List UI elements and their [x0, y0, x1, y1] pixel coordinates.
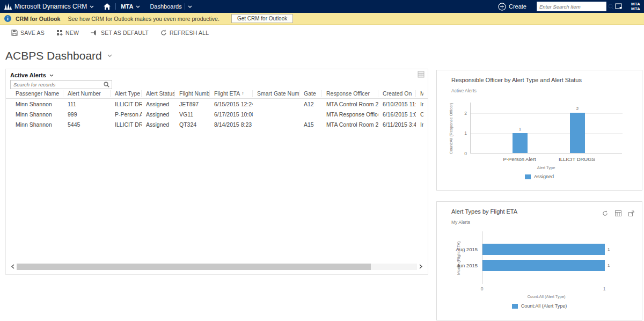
record-search-box[interactable]: [10, 80, 112, 89]
create-button[interactable]: Create: [493, 0, 531, 13]
new-grid-icon: [56, 30, 63, 36]
legend-swatch: [512, 304, 518, 309]
scroll-left-icon[interactable]: [9, 263, 17, 270]
scrollbar-track[interactable]: [17, 264, 417, 270]
scrollbar-thumb[interactable]: [17, 264, 371, 270]
x-category-label: P-Person Alert: [487, 156, 552, 162]
notification-title: CRM for Outlook: [16, 16, 60, 22]
gridline: [471, 133, 623, 134]
nav-area-dashboards[interactable]: Dashboards: [145, 0, 196, 13]
column-header-passenger-name[interactable]: Passenger Name: [6, 90, 63, 97]
cell-alert-type: P-Person Alert: [111, 111, 142, 118]
chart-view-label[interactable]: My Alerts: [451, 220, 470, 225]
chart-alert-types-panel: Alert Types by Flight ETA My Alerts Mont…: [436, 201, 642, 320]
table-row[interactable]: Minn Shannon 999 P-Person Alert Assigned…: [6, 109, 428, 119]
y-category-label: Aug 2015: [445, 246, 478, 252]
set-as-default-button[interactable]: SET AS DEFAULT: [85, 25, 155, 41]
cell-passenger-name[interactable]: Minn Shannon: [6, 121, 63, 128]
cell-response-officer: MTA Response Officer 2: [322, 111, 378, 118]
gridline: [471, 113, 623, 114]
legend-label: Count:All (Alert Type): [521, 303, 567, 309]
save-icon: [11, 30, 18, 36]
global-search-input[interactable]: [537, 4, 608, 10]
column-header-flight-number[interactable]: Flight Numbe...: [175, 90, 210, 97]
cell-alert-status: Assigned: [142, 101, 175, 107]
global-search-box[interactable]: [537, 2, 606, 11]
bar-illicit-drugs[interactable]: [570, 113, 585, 153]
scroll-right-icon[interactable]: [417, 263, 425, 270]
info-icon: [4, 15, 11, 22]
column-header-alert-type[interactable]: Alert Type: [111, 90, 142, 97]
column-header-alert-status[interactable]: Alert Status↑: [142, 90, 175, 97]
chevron-down-icon: [90, 5, 94, 8]
chart-title: Alert Types by Flight ETA: [451, 208, 517, 215]
chart-view-label[interactable]: Active Alerts: [451, 88, 477, 93]
cell-flight-number: JET897: [175, 101, 210, 107]
user-org: MTA: [631, 6, 642, 11]
view-records-grid-icon[interactable]: [615, 210, 621, 216]
bar-value-label: 2: [570, 106, 585, 111]
crm-outlook-notification-bar: CRM for Outlook See how CRM for Outlook …: [0, 13, 644, 25]
chevron-down-icon: [49, 74, 54, 77]
legend-swatch: [525, 174, 531, 179]
column-header-flight-eta[interactable]: Flight ETA↑: [210, 90, 253, 97]
home-button[interactable]: [99, 0, 115, 13]
app-menu-button[interactable]: Microsoft Dynamics CRM: [0, 0, 99, 13]
chart-toolbar: [602, 210, 634, 216]
search-icon[interactable]: [104, 82, 112, 87]
list-view-grid-icon[interactable]: [418, 71, 425, 78]
notification-message: See how CRM for Outlook makes you even m…: [68, 16, 219, 22]
column-header-smart-gate-number[interactable]: Smart Gate Number: [253, 90, 299, 97]
table-row[interactable]: Minn Shannon 111 ILLICIT DRUGS Assigned …: [6, 99, 428, 109]
expand-chart-icon[interactable]: [628, 210, 634, 216]
y-axis-label: Month (Flight ETA): [456, 231, 461, 285]
window-arrow-icon: [615, 3, 623, 10]
cell-flight-number: VG11: [175, 111, 210, 118]
bar-p-person-alert[interactable]: [513, 133, 528, 154]
bar-value-label: 1: [608, 247, 610, 252]
cell-created-on: 6/16/2015 1:06...: [378, 111, 416, 118]
column-header-created-on[interactable]: Created On: [378, 90, 416, 97]
bar-jun-2015[interactable]: [482, 260, 605, 271]
table-row[interactable]: Minn Shannon 5445 ILLICIT DRUGS Assigned…: [6, 119, 428, 129]
chart-plot-area: [482, 231, 611, 284]
cell-passenger-name[interactable]: Minn Shannon: [6, 111, 63, 118]
refresh-chart-icon[interactable]: [602, 210, 608, 216]
cell-movement: Inwa: [416, 101, 423, 107]
chart-responsible-officer-panel: Responsible Officer by Alert Type and Al…: [436, 70, 642, 191]
column-header-alert-number[interactable]: Alert Number: [63, 90, 111, 97]
refresh-all-button[interactable]: REFRESH ALL: [155, 25, 215, 41]
chevron-down-icon: [188, 5, 192, 8]
new-button[interactable]: NEW: [50, 25, 85, 41]
active-alerts-title[interactable]: Active Alerts: [10, 72, 54, 78]
y-tick: 0: [457, 151, 467, 156]
save-as-button[interactable]: SAVE AS: [5, 25, 50, 41]
column-header-response-officer[interactable]: Response Officer: [322, 90, 378, 97]
horizontal-scrollbar[interactable]: [9, 263, 425, 270]
chevron-down-icon: [107, 54, 112, 57]
get-crm-for-outlook-button[interactable]: Get CRM for Outlook: [231, 14, 293, 23]
home-icon: [104, 3, 111, 10]
record-search-input[interactable]: [11, 82, 104, 87]
cell-alert-status: Assigned: [142, 121, 175, 128]
bar-value-label: 1: [513, 127, 528, 132]
plus-circle-icon: [498, 3, 506, 11]
y-category-label: Jun 2015: [445, 262, 478, 268]
bar-value-label: 1: [608, 263, 610, 268]
sort-ascending-icon: ↑: [241, 91, 244, 96]
nav-workplace-mta[interactable]: MTA: [116, 0, 145, 13]
x-axis-label: Alert Type: [470, 165, 622, 170]
page-title[interactable]: ACBPS Dashboard: [5, 49, 112, 62]
chart-legend: Assigned: [437, 174, 642, 179]
quick-launch-button[interactable]: [612, 0, 626, 13]
refresh-icon: [160, 30, 167, 36]
cell-flight-eta: 6/17/2015 10:00 AM: [210, 111, 253, 118]
cell-alert-type: ILLICIT DRUGS: [111, 121, 142, 128]
column-header-gate[interactable]: Gate: [299, 90, 322, 97]
user-info[interactable]: MTA MTA: [626, 2, 644, 11]
bar-aug-2015[interactable]: [482, 244, 605, 255]
cell-passenger-name[interactable]: Minn Shannon: [6, 101, 63, 107]
x-tick: 1: [599, 286, 610, 291]
pin-icon: [91, 30, 98, 35]
column-header-movement[interactable]: M...: [416, 90, 423, 97]
